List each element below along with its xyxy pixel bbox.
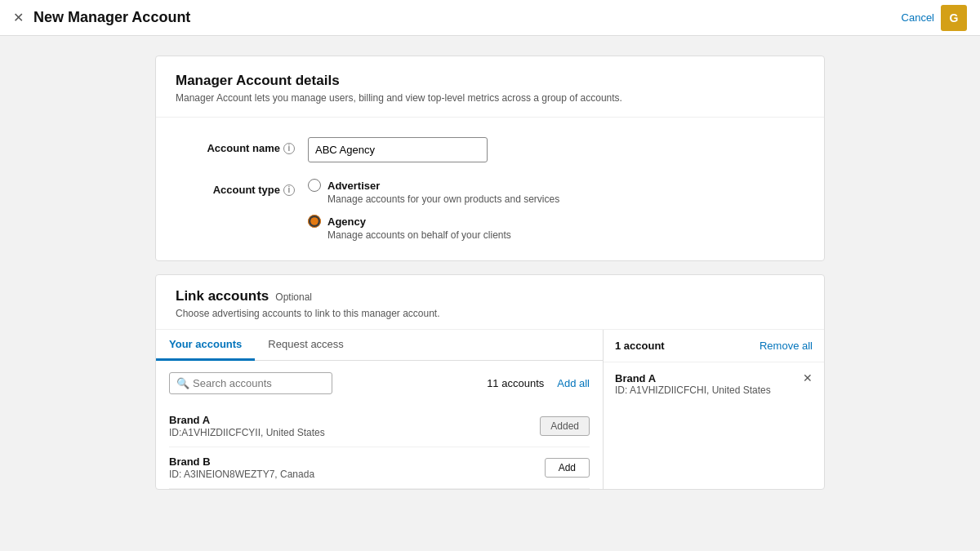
account-type-label: Account type i: [189, 179, 295, 196]
close-button[interactable]: ✕: [13, 10, 24, 25]
search-input[interactable]: [169, 372, 332, 394]
linked-name-brand-a: Brand A: [615, 372, 771, 384]
account-name-input[interactable]: [308, 137, 488, 162]
account-name-control: [308, 137, 791, 162]
cancel-link[interactable]: Cancel: [902, 11, 934, 24]
search-wrap: 🔍: [169, 372, 332, 394]
radio-option-agency: Agency Manage accounts on behalf of your…: [308, 215, 791, 241]
form-section: Account name i Account type i: [156, 118, 824, 260]
card-header: Manager Account details Manager Account …: [156, 56, 824, 118]
advertiser-label[interactable]: Advertiser: [327, 180, 380, 192]
avatar[interactable]: G: [941, 5, 967, 31]
search-icon: 🔍: [176, 377, 189, 389]
account-type-control: Advertiser Manage accounts for your own …: [308, 179, 791, 241]
link-card-subtitle: Choose advertising accounts to link to t…: [176, 308, 804, 319]
account-info-brand-a: Brand A ID:A1VHIZDIICFCYII, United State…: [169, 414, 325, 438]
linked-count: 1 account: [615, 340, 665, 352]
account-name-brand-b: Brand B: [169, 455, 314, 468]
linked-item-brand-a: Brand A ID: A1VHIZDIICFCHI, United State…: [604, 362, 824, 406]
account-name-info-icon[interactable]: i: [283, 143, 295, 154]
link-card-header: Link accounts Optional Choose advertisin…: [156, 275, 824, 329]
remove-brand-a-button[interactable]: ✕: [803, 372, 813, 384]
tab-request-access[interactable]: Request access: [255, 330, 357, 361]
agency-label[interactable]: Agency: [327, 216, 366, 228]
added-button-brand-a: Added: [540, 416, 590, 436]
link-body: Your accounts Request access 🔍 11 accoun…: [156, 329, 824, 489]
header-right: Cancel G: [902, 5, 967, 31]
radio-option-advertiser: Advertiser Manage accounts for your own …: [308, 179, 791, 205]
linked-info-brand-a: Brand A ID: A1VHIZDIICFCHI, United State…: [615, 372, 771, 396]
account-name-row: Account name i: [189, 137, 791, 162]
radio-group: Advertiser Manage accounts for your own …: [308, 179, 791, 241]
account-id-brand-a: ID:A1VHIZDIICFCYII, United States: [169, 427, 325, 438]
header: ✕ New Manager Account Cancel G: [0, 0, 980, 36]
manager-details-card: Manager Account details Manager Account …: [155, 56, 825, 261]
main-content: Manager Account details Manager Account …: [0, 36, 980, 551]
advertiser-desc: Manage accounts for your own products an…: [327, 193, 791, 205]
search-bar-row: 🔍 11 accounts Add all: [156, 361, 603, 406]
account-type-row: Account type i Advertiser Manage account…: [189, 179, 791, 241]
accounts-count: 11 accounts: [487, 377, 544, 389]
linked-id-brand-a: ID: A1VHIZDIICFCHI, United States: [615, 384, 771, 396]
count-add-row: 11 accounts Add all: [487, 377, 590, 389]
list-item: Brand B ID: A3INEION8WEZTY7, Canada Add: [169, 447, 590, 489]
left-panel: Your accounts Request access 🔍 11 accoun…: [156, 330, 604, 489]
page-title: New Manager Account: [33, 9, 190, 26]
account-name-brand-a: Brand A: [169, 414, 325, 426]
radio-advertiser[interactable]: [308, 179, 321, 192]
agency-desc: Manage accounts on behalf of your client…: [327, 229, 791, 241]
account-id-brand-b: ID: A3INEION8WEZTY7, Canada: [169, 469, 314, 480]
link-accounts-card: Link accounts Optional Choose advertisin…: [155, 274, 825, 490]
remove-all-link[interactable]: Remove all: [760, 340, 813, 352]
radio-agency-row: Agency: [308, 215, 791, 228]
header-left: ✕ New Manager Account: [13, 9, 190, 26]
account-list: Brand A ID:A1VHIZDIICFCYII, United State…: [156, 406, 603, 489]
right-panel-header: 1 account Remove all: [604, 330, 824, 362]
account-type-info-icon[interactable]: i: [283, 184, 295, 196]
radio-advertiser-row: Advertiser: [308, 179, 791, 192]
link-card-title: Link accounts Optional: [176, 288, 804, 304]
radio-agency[interactable]: [308, 215, 321, 228]
card-title: Manager Account details: [176, 73, 804, 89]
add-all-link[interactable]: Add all: [557, 377, 590, 389]
list-item: Brand A ID:A1VHIZDIICFCYII, United State…: [169, 406, 590, 447]
account-info-brand-b: Brand B ID: A3INEION8WEZTY7, Canada: [169, 455, 314, 480]
add-button-brand-b[interactable]: Add: [545, 458, 590, 478]
right-panel: 1 account Remove all Brand A ID: A1VHIZD…: [604, 330, 824, 489]
optional-badge: Optional: [275, 291, 312, 303]
tab-your-accounts[interactable]: Your accounts: [156, 330, 255, 361]
tabs: Your accounts Request access: [156, 330, 603, 361]
card-subtitle: Manager Account lets you manage users, b…: [176, 92, 804, 104]
account-name-label: Account name i: [189, 137, 295, 154]
